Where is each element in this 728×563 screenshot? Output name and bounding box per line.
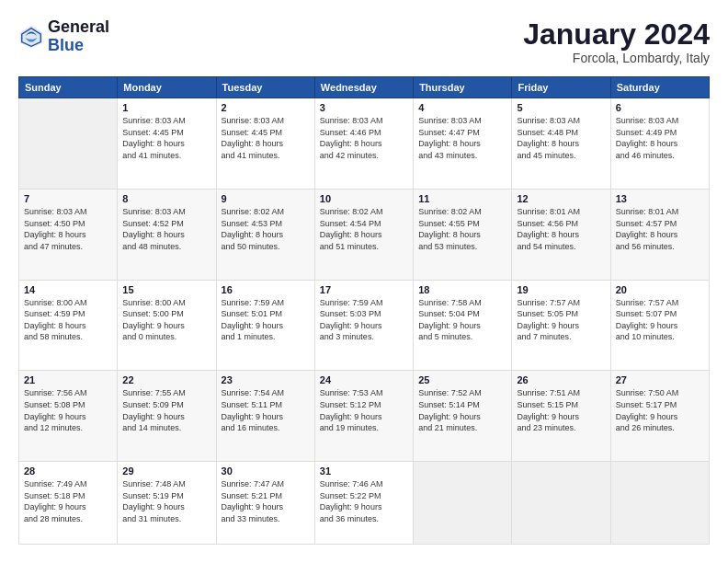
logo-general: General <box>48 18 109 37</box>
day-number: 14 <box>24 284 112 295</box>
table-row: 12Sunrise: 8:01 AMSunset: 4:56 PMDayligh… <box>512 189 610 280</box>
day-info: Sunrise: 8:03 AMSunset: 4:50 PMDaylight:… <box>24 207 87 251</box>
day-number: 9 <box>222 193 310 204</box>
table-row: 5Sunrise: 8:03 AMSunset: 4:48 PMDaylight… <box>512 98 610 190</box>
day-number: 20 <box>616 284 704 295</box>
table-row: 1Sunrise: 8:03 AMSunset: 4:45 PMDaylight… <box>118 98 216 190</box>
day-info: Sunrise: 7:51 AMSunset: 5:15 PMDaylight:… <box>517 388 580 432</box>
day-number: 13 <box>616 193 704 204</box>
day-info: Sunrise: 7:49 AMSunset: 5:18 PMDaylight:… <box>24 479 87 523</box>
day-info: Sunrise: 8:02 AMSunset: 4:54 PMDaylight:… <box>320 207 383 251</box>
day-number: 15 <box>122 284 210 295</box>
table-row: 17Sunrise: 7:59 AMSunset: 5:03 PMDayligh… <box>314 280 413 371</box>
location: Forcola, Lombardy, Italy <box>523 51 710 65</box>
day-number: 21 <box>24 374 112 385</box>
table-row: 13Sunrise: 8:01 AMSunset: 4:57 PMDayligh… <box>610 189 709 280</box>
table-row: 21Sunrise: 7:56 AMSunset: 5:08 PMDayligh… <box>19 371 118 462</box>
day-info: Sunrise: 8:03 AMSunset: 4:45 PMDaylight:… <box>122 116 186 160</box>
day-info: Sunrise: 7:57 AMSunset: 5:05 PMDaylight:… <box>517 298 580 342</box>
col-thursday: Thursday <box>414 77 512 98</box>
title-block: January 2024 Forcola, Lombardy, Italy <box>523 18 710 65</box>
day-info: Sunrise: 7:59 AMSunset: 5:03 PMDaylight:… <box>320 298 383 342</box>
table-row <box>19 98 118 190</box>
day-info: Sunrise: 7:56 AMSunset: 5:08 PMDaylight:… <box>24 388 87 432</box>
day-info: Sunrise: 8:03 AMSunset: 4:48 PMDaylight:… <box>517 116 580 160</box>
day-number: 4 <box>418 102 506 113</box>
day-number: 11 <box>418 193 506 204</box>
day-number: 8 <box>122 193 210 204</box>
table-row <box>414 462 512 545</box>
table-row: 20Sunrise: 7:57 AMSunset: 5:07 PMDayligh… <box>610 280 709 371</box>
table-row: 24Sunrise: 7:53 AMSunset: 5:12 PMDayligh… <box>314 371 413 462</box>
table-row: 3Sunrise: 8:03 AMSunset: 4:46 PMDaylight… <box>314 98 413 190</box>
table-row: 28Sunrise: 7:49 AMSunset: 5:18 PMDayligh… <box>19 462 118 545</box>
table-row: 26Sunrise: 7:51 AMSunset: 5:15 PMDayligh… <box>512 371 610 462</box>
day-info: Sunrise: 7:47 AMSunset: 5:21 PMDaylight:… <box>222 479 285 523</box>
table-row: 27Sunrise: 7:50 AMSunset: 5:17 PMDayligh… <box>610 371 709 462</box>
table-row: 2Sunrise: 8:03 AMSunset: 4:45 PMDaylight… <box>216 98 314 190</box>
table-row: 31Sunrise: 7:46 AMSunset: 5:22 PMDayligh… <box>314 462 413 545</box>
table-row: 6Sunrise: 8:03 AMSunset: 4:49 PMDaylight… <box>610 98 709 190</box>
col-tuesday: Tuesday <box>216 77 314 98</box>
svg-marker-0 <box>20 26 42 48</box>
day-info: Sunrise: 7:53 AMSunset: 5:12 PMDaylight:… <box>320 388 383 432</box>
day-number: 25 <box>418 374 506 385</box>
day-info: Sunrise: 8:02 AMSunset: 4:53 PMDaylight:… <box>222 207 285 251</box>
day-number: 19 <box>517 284 605 295</box>
day-info: Sunrise: 7:52 AMSunset: 5:14 PMDaylight:… <box>418 388 482 432</box>
day-info: Sunrise: 7:54 AMSunset: 5:11 PMDaylight:… <box>222 388 285 432</box>
day-number: 29 <box>122 465 210 477</box>
table-row: 15Sunrise: 8:00 AMSunset: 5:00 PMDayligh… <box>118 280 216 371</box>
day-number: 16 <box>222 284 310 295</box>
table-row <box>512 462 610 545</box>
day-info: Sunrise: 7:55 AMSunset: 5:09 PMDaylight:… <box>122 388 186 432</box>
day-info: Sunrise: 7:50 AMSunset: 5:17 PMDaylight:… <box>616 388 679 432</box>
day-number: 1 <box>122 102 210 113</box>
col-friday: Friday <box>512 77 610 98</box>
day-info: Sunrise: 7:57 AMSunset: 5:07 PMDaylight:… <box>616 298 679 342</box>
table-row: 8Sunrise: 8:03 AMSunset: 4:52 PMDaylight… <box>118 189 216 280</box>
day-info: Sunrise: 8:02 AMSunset: 4:55 PMDaylight:… <box>418 207 482 251</box>
page: General Blue January 2024 Forcola, Lomba… <box>0 0 728 563</box>
table-row: 29Sunrise: 7:48 AMSunset: 5:19 PMDayligh… <box>118 462 216 545</box>
table-row: 25Sunrise: 7:52 AMSunset: 5:14 PMDayligh… <box>414 371 512 462</box>
day-number: 24 <box>320 374 408 385</box>
table-row: 4Sunrise: 8:03 AMSunset: 4:47 PMDaylight… <box>414 98 512 190</box>
table-row: 9Sunrise: 8:02 AMSunset: 4:53 PMDaylight… <box>216 189 314 280</box>
table-row: 18Sunrise: 7:58 AMSunset: 5:04 PMDayligh… <box>414 280 512 371</box>
day-number: 30 <box>222 465 310 477</box>
table-row: 19Sunrise: 7:57 AMSunset: 5:05 PMDayligh… <box>512 280 610 371</box>
month-title: January 2024 <box>523 18 710 51</box>
day-number: 22 <box>122 374 210 385</box>
logo-blue: Blue <box>48 37 109 55</box>
day-number: 17 <box>320 284 408 295</box>
table-row: 10Sunrise: 8:02 AMSunset: 4:54 PMDayligh… <box>314 189 413 280</box>
day-info: Sunrise: 8:03 AMSunset: 4:47 PMDaylight:… <box>418 116 482 160</box>
day-number: 31 <box>320 465 408 477</box>
table-row: 30Sunrise: 7:47 AMSunset: 5:21 PMDayligh… <box>216 462 314 545</box>
day-number: 23 <box>222 374 310 385</box>
col-monday: Monday <box>118 77 216 98</box>
logo: General Blue <box>18 18 109 55</box>
day-info: Sunrise: 8:00 AMSunset: 4:59 PMDaylight:… <box>24 298 87 342</box>
table-row: 14Sunrise: 8:00 AMSunset: 4:59 PMDayligh… <box>19 280 118 371</box>
day-number: 6 <box>616 102 704 113</box>
day-number: 7 <box>24 193 112 204</box>
day-info: Sunrise: 8:03 AMSunset: 4:45 PMDaylight:… <box>222 116 285 160</box>
day-info: Sunrise: 8:03 AMSunset: 4:46 PMDaylight:… <box>320 116 383 160</box>
day-info: Sunrise: 8:01 AMSunset: 4:57 PMDaylight:… <box>616 207 679 251</box>
day-number: 27 <box>616 374 704 385</box>
table-row <box>610 462 709 545</box>
day-number: 28 <box>24 465 112 477</box>
day-number: 12 <box>517 193 605 204</box>
day-number: 10 <box>320 193 408 204</box>
col-saturday: Saturday <box>610 77 709 98</box>
table-row: 22Sunrise: 7:55 AMSunset: 5:09 PMDayligh… <box>118 371 216 462</box>
logo-text: General Blue <box>48 18 109 55</box>
day-number: 2 <box>222 102 310 113</box>
table-row: 16Sunrise: 7:59 AMSunset: 5:01 PMDayligh… <box>216 280 314 371</box>
day-info: Sunrise: 8:00 AMSunset: 5:00 PMDaylight:… <box>122 298 186 342</box>
table-row: 23Sunrise: 7:54 AMSunset: 5:11 PMDayligh… <box>216 371 314 462</box>
table-row: 7Sunrise: 8:03 AMSunset: 4:50 PMDaylight… <box>19 189 118 280</box>
day-number: 5 <box>517 102 605 113</box>
